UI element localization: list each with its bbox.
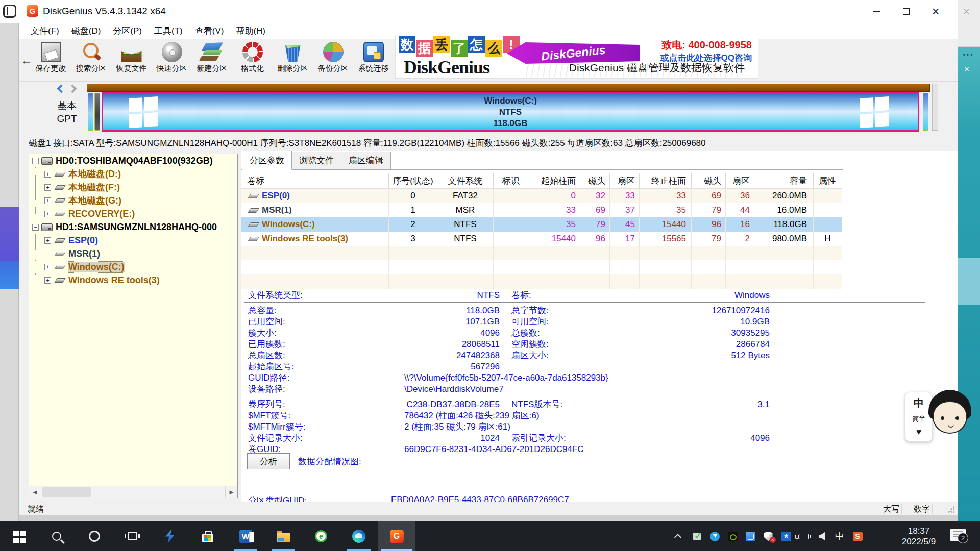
tree-item--d-[interactable]: + 本地磁盘(D:)	[29, 167, 237, 181]
background-close-icon[interactable]: ×	[963, 5, 970, 18]
tray-battery-icon[interactable]	[799, 531, 809, 541]
search-button[interactable]: 搜索分区	[71, 40, 111, 81]
menu-item[interactable]: 查看(V)	[189, 23, 230, 39]
menu-item[interactable]: 文件(F)	[24, 23, 65, 39]
close-button[interactable]: ×	[921, 0, 950, 22]
tray-check-icon[interactable]	[692, 531, 702, 541]
esp-partition-block[interactable]	[88, 93, 93, 131]
maximize-button[interactable]	[891, 0, 921, 22]
expander-toggle-icon[interactable]: +	[44, 277, 51, 284]
column-header[interactable]: 起始柱面	[528, 173, 581, 188]
expander-toggle-icon[interactable]: −	[32, 158, 39, 164]
expander-toggle-icon[interactable]: +	[44, 264, 51, 270]
column-header[interactable]: 卷标	[241, 173, 389, 188]
column-header[interactable]: 属性	[814, 173, 842, 188]
tree-item-recovery-e-[interactable]: + RECOVERY(E:)	[29, 207, 237, 220]
analyze-button[interactable]: 分析	[247, 453, 290, 469]
column-header[interactable]: 序号(状态)	[389, 173, 437, 188]
tab-浏览文件[interactable]: 浏览文件	[291, 152, 341, 170]
taskbar-store-icon[interactable]	[189, 521, 227, 551]
tree-item-hd0-toshibamq04abf100-932gb-[interactable]: − HD0:TOSHIBAMQ04ABF100(932GB)	[29, 154, 237, 167]
tray-sogou-icon[interactable]: S	[852, 531, 863, 541]
tab-分区参数[interactable]: 分区参数	[242, 151, 292, 170]
menu-item[interactable]: 帮助(H)	[230, 23, 272, 39]
quick-button[interactable]: 快速分区	[152, 40, 192, 81]
tray-chevron-icon[interactable]	[674, 531, 684, 541]
tree-item-esp-0-[interactable]: + ESP(0)	[29, 234, 237, 247]
menu-item[interactable]: 工具(T)	[148, 23, 189, 39]
tray-shield-icon[interactable]: ×	[763, 531, 773, 541]
menu-item[interactable]: 磁盘(D)	[65, 23, 107, 39]
tray-volume-icon[interactable]	[817, 531, 827, 541]
background-close-icon-2[interactable]: ×	[964, 64, 969, 74]
heart-icon[interactable]: ♥	[916, 427, 921, 437]
taskbar-b360-icon[interactable]: e	[302, 521, 340, 551]
tree-item-windows-c-[interactable]: + Windows(C:)	[29, 260, 237, 273]
taskbar-start-button[interactable]	[0, 521, 38, 551]
tray-intel-icon[interactable]	[745, 531, 755, 541]
table-row-empty[interactable]	[241, 246, 842, 260]
scroll-left-icon[interactable]: ◄	[29, 486, 41, 498]
taskbar-diskgenius-icon[interactable]: G	[378, 521, 415, 551]
tree-item-windows-re-tools-3-[interactable]: + Windows RE tools(3)	[29, 273, 237, 287]
scroll-right-icon[interactable]: ►	[225, 486, 237, 498]
column-header[interactable]: 文件系统	[437, 173, 494, 188]
taskbar-edge-icon[interactable]	[340, 521, 378, 551]
tree-item--f-[interactable]: + 本地磁盘(F:)	[29, 181, 237, 194]
ad-banner[interactable]: 数据丢了怎么! DiskGenius DiskGenius 致电: 400-00…	[395, 35, 758, 79]
column-header[interactable]: 容量	[754, 173, 814, 188]
expander-toggle-icon[interactable]: +	[44, 171, 51, 178]
graph-scrollbar[interactable]	[932, 84, 938, 131]
tab-扇区编辑[interactable]: 扇区编辑	[341, 152, 391, 170]
table-row-esp-0-[interactable]: ESP(0)0FAT3203233336936260.0MB	[241, 189, 842, 203]
table-row-windows-c-[interactable]: Windows(C:)2NTFS357945154409616118.0GB	[241, 217, 842, 232]
tray-snow-icon[interactable]: *	[781, 531, 791, 541]
migrate-button[interactable]: 系统迁移	[353, 40, 394, 81]
taskbar-explorer-icon[interactable]	[264, 521, 302, 551]
ime-mode-chinese[interactable]: 中	[914, 396, 924, 410]
ime-simplified-half[interactable]: 简半	[912, 414, 925, 423]
table-row-empty[interactable]	[241, 274, 842, 289]
taskbar-flash-icon[interactable]	[151, 521, 189, 551]
tree-item--g-[interactable]: + 本地磁盘(G:)	[29, 194, 237, 207]
table-row-msr-1-[interactable]: MSR(1)1MSR33693735794416.0MB	[241, 203, 842, 217]
tray-nvidia-icon[interactable]	[727, 531, 738, 541]
tray-ime-icon[interactable]: 中	[835, 531, 845, 541]
column-header[interactable]: 磁头	[581, 173, 610, 188]
expander-toggle-icon[interactable]: +	[44, 184, 51, 191]
column-header[interactable]: 磁头	[692, 173, 726, 188]
column-header[interactable]: 扇区	[610, 173, 640, 188]
taskbar-clock[interactable]: 18:37 2022/5/9	[889, 525, 948, 547]
expander-toggle-icon[interactable]: +	[44, 211, 51, 217]
expander-toggle-icon[interactable]: +	[44, 237, 51, 244]
taskbar-taskview-icon[interactable]	[113, 521, 151, 551]
nav-back-icon[interactable]	[57, 85, 66, 93]
nav-forward-icon[interactable]	[68, 85, 77, 93]
recover-button[interactable]: 恢复文件	[111, 40, 152, 81]
ime-mascot[interactable]	[927, 390, 972, 443]
windows-c-partition-block[interactable]: Windows(C:) NTFS 118.0GB	[102, 92, 919, 132]
taskbar-word-icon[interactable]: W	[227, 521, 264, 551]
format-button[interactable]: 格式化	[232, 40, 273, 81]
table-row-empty[interactable]	[241, 260, 842, 274]
re-tools-partition-block[interactable]	[923, 93, 928, 131]
delete-button[interactable]: 删除分区	[273, 40, 313, 81]
table-row-windows-re-tools-3-[interactable]: Windows RE tools(3)3NTFS1544096171556579…	[241, 232, 842, 246]
menu-item[interactable]: 分区(P)	[107, 23, 148, 39]
column-header[interactable]: 标识	[494, 173, 528, 188]
save-button[interactable]: 保存更改	[31, 40, 71, 81]
scrollbar-thumb[interactable]	[42, 487, 91, 497]
taskbar-search-icon[interactable]	[38, 521, 76, 551]
tree-item-hd1-samsungmznln128hahq-000[interactable]: − HD1:SAMSUNGMZNLN128HAHQ-000	[29, 220, 237, 234]
taskbar-cortana-icon[interactable]	[76, 521, 113, 551]
column-header[interactable]: 终止柱面	[640, 173, 692, 188]
msr-partition-block[interactable]	[94, 93, 100, 131]
backup-button[interactable]: 备份分区	[313, 40, 353, 81]
resize-grip[interactable]	[947, 506, 954, 513]
tree-horizontal-scrollbar[interactable]: ◄ ►	[29, 486, 237, 498]
more-options-icon[interactable]: ⋯	[962, 48, 974, 61]
expander-toggle-icon[interactable]: −	[32, 224, 39, 231]
column-header[interactable]: 扇区	[726, 173, 754, 188]
expander-toggle-icon[interactable]: +	[44, 197, 51, 204]
tray-dingtalk-icon[interactable]	[709, 531, 720, 541]
